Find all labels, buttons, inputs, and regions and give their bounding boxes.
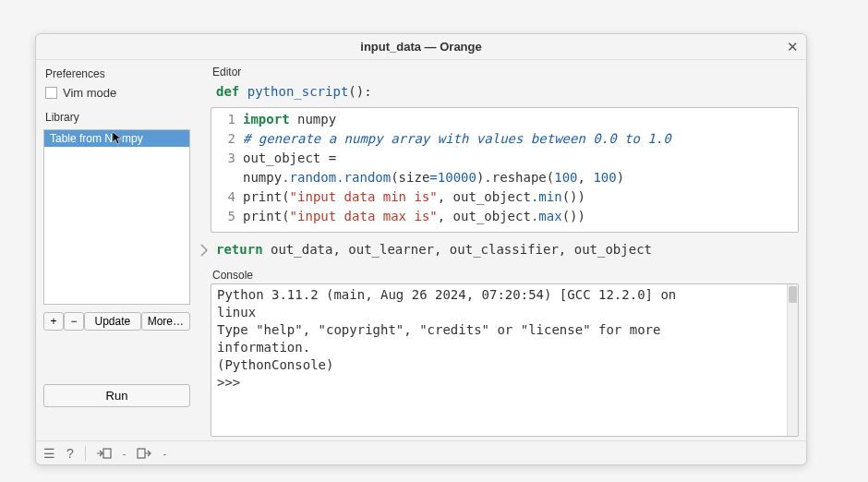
chevron-right-icon — [200, 244, 208, 257]
dash-icon: - — [123, 448, 127, 459]
code-editor[interactable]: def python_script(): 1import numpy 2# ge… — [211, 80, 799, 261]
editor-body[interactable]: 1import numpy 2# generate a numpy array … — [211, 107, 799, 233]
console-line: information. — [217, 339, 792, 356]
add-button[interactable]: + — [43, 312, 64, 331]
more-button[interactable]: More… — [141, 312, 190, 331]
library-list[interactable]: Table from Nmpy — [43, 129, 190, 305]
dash-icon: - — [163, 448, 166, 459]
editor-label: Editor — [212, 66, 799, 78]
titlebar: input_data — Orange ✕ — [36, 34, 806, 60]
panel-splitter[interactable] — [198, 60, 211, 440]
scrollbar-thumb[interactable] — [789, 286, 797, 303]
statusbar: ☰ ? - - — [36, 440, 806, 464]
menu-icon[interactable]: ☰ — [43, 446, 55, 461]
close-icon[interactable]: ✕ — [787, 39, 799, 55]
vim-mode-checkbox[interactable]: Vim mode — [45, 86, 190, 100]
left-panel: Preferences Vim mode Library Table from … — [36, 60, 198, 440]
editor-signature: def python_script(): — [211, 80, 799, 103]
console-output[interactable]: Python 3.11.2 (main, Aug 26 2024, 07:20:… — [211, 283, 799, 437]
remove-button[interactable]: − — [64, 312, 84, 331]
library-item-label: Table from Nmpy — [50, 132, 143, 145]
library-label: Library — [45, 111, 190, 124]
input-icon[interactable] — [97, 447, 112, 460]
console-prompt: >>> — [217, 374, 792, 392]
console-line: Type "help", "copyright", "credits" or "… — [217, 321, 792, 339]
app-window: input_data — Orange ✕ Preferences Vim mo… — [35, 33, 807, 465]
library-buttons: + − Update More… — [43, 312, 190, 331]
update-button[interactable]: Update — [84, 312, 141, 331]
console-line: (PythonConsole) — [217, 356, 792, 374]
help-icon[interactable]: ? — [66, 446, 74, 461]
console-section: Console Python 3.11.2 (main, Aug 26 2024… — [211, 267, 799, 437]
window-title: input_data — Orange — [360, 40, 481, 54]
console-line: Python 3.11.2 (main, Aug 26 2024, 07:20:… — [217, 286, 792, 304]
separator — [85, 446, 86, 461]
run-button[interactable]: Run — [43, 384, 190, 407]
editor-return: return out_data, out_learner, out_classi… — [211, 235, 799, 261]
console-label: Console — [212, 269, 799, 282]
scrollbar[interactable] — [787, 284, 798, 436]
console-line: linux — [217, 304, 792, 321]
right-panel: Editor def python_script(): 1import nump… — [211, 60, 806, 440]
output-icon[interactable] — [137, 447, 151, 460]
svg-rect-0 — [103, 449, 111, 458]
svg-rect-1 — [138, 449, 145, 458]
library-item[interactable]: Table from Nmpy — [44, 130, 189, 147]
vim-mode-label: Vim mode — [63, 86, 116, 100]
preferences-label: Preferences — [45, 67, 190, 80]
checkbox-icon — [45, 87, 57, 99]
